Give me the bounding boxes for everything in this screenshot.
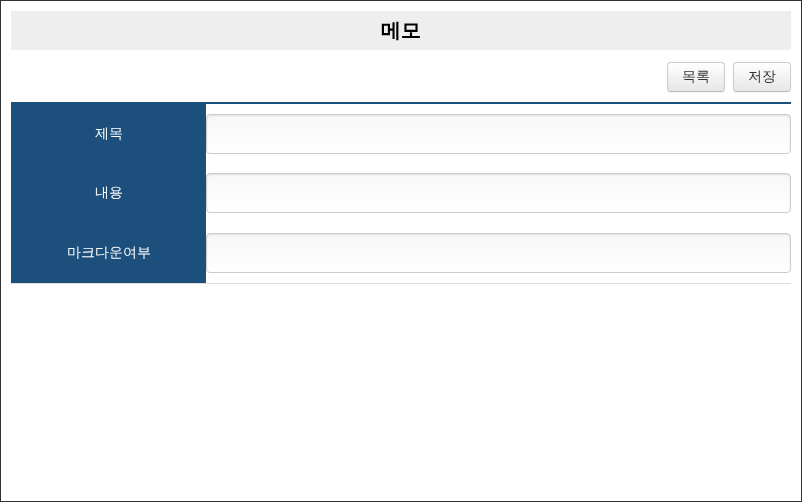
- title-input[interactable]: [206, 114, 791, 154]
- form-row: 마크다운여부: [11, 223, 791, 283]
- page-title: 메모: [11, 17, 791, 44]
- form-row: 제목: [11, 103, 791, 163]
- content-label: 내용: [11, 163, 206, 223]
- markdown-input[interactable]: [206, 233, 791, 273]
- memo-form: 제목 내용 마크다운여부: [11, 102, 791, 284]
- form-row: 내용: [11, 163, 791, 223]
- title-label: 제목: [11, 103, 206, 163]
- content-input[interactable]: [206, 173, 791, 213]
- markdown-input-cell: [206, 223, 791, 283]
- markdown-label: 마크다운여부: [11, 223, 206, 283]
- list-button[interactable]: 목록: [667, 62, 725, 92]
- save-button[interactable]: 저장: [733, 62, 791, 92]
- title-input-cell: [206, 103, 791, 163]
- page-header: 메모: [11, 11, 791, 50]
- content-input-cell: [206, 163, 791, 223]
- action-bar: 목록 저장: [11, 62, 791, 92]
